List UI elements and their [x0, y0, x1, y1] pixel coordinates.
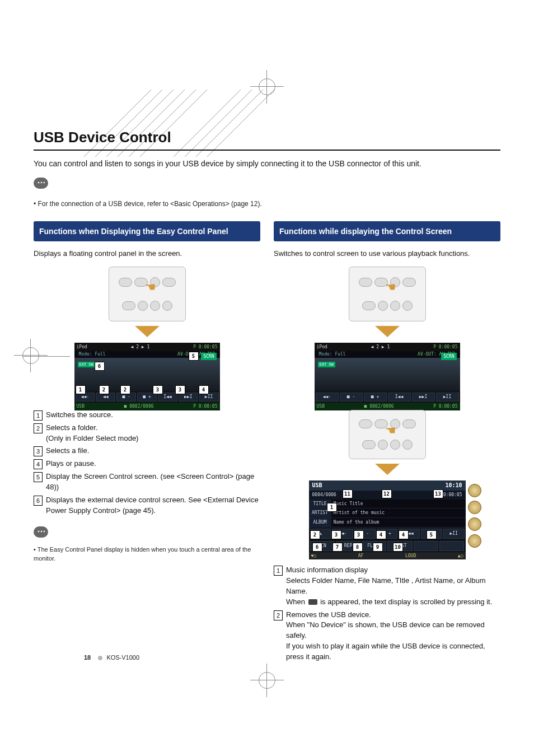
ctrl: ■ - [340, 393, 363, 402]
connection-note: • For the connection of a USB device, re… [34, 200, 500, 208]
item-text: Plays or pause. [46, 459, 96, 469]
track-counter: 0004/0006 [312, 492, 336, 498]
callout-5: 5 [427, 530, 437, 539]
registration-mark-top [259, 78, 275, 95]
arrow-down-icon [375, 464, 400, 475]
callout-13: 13 [433, 489, 443, 498]
item-num: 6 [34, 496, 43, 506]
row-label: ALBUM [309, 518, 331, 527]
status-source: USB [77, 403, 85, 410]
callout-4b: 4 [399, 530, 409, 539]
scr-time: P 0:00:05 [193, 344, 217, 351]
item-num: 1 [274, 566, 283, 576]
scr-top-icons: ◀ 2 ▶ 1 [131, 344, 150, 351]
registration-mark-bottom [259, 672, 275, 689]
callout-11: 11 [343, 489, 353, 498]
section-title: USB Device Control [34, 129, 500, 151]
callout-2: 2 [310, 530, 320, 539]
remote-diagram: ☚ [349, 267, 426, 321]
callout-3a: 3 [153, 385, 163, 394]
control-screen-lead: Switches to control screen to use variou… [274, 249, 500, 259]
item-text: Display the Screen Control screen. (see … [46, 472, 260, 493]
callout-8: 8 [353, 543, 363, 552]
btn-blank [439, 541, 464, 551]
callout-3a: 3 [331, 530, 341, 539]
item-num: 5 [34, 472, 43, 482]
page-footer: 18 KOS-V1000 [84, 654, 139, 661]
callout-5: 5 [189, 352, 199, 361]
callout-4a: 4 [376, 530, 386, 539]
arrow-down-icon [135, 326, 160, 337]
callout-10: 10 [393, 543, 403, 552]
easy-panel-list: 1Switches the source. 2 Selects a folder… [34, 410, 260, 516]
control-screen-section: Functions while displaying the Control S… [274, 221, 500, 665]
scrn-badge: SCRN [201, 353, 216, 361]
callout-4: 4 [199, 385, 209, 394]
note-icon [34, 178, 48, 189]
ctrl: ◀◀- [316, 393, 339, 402]
ctrl: I◀◀ [388, 393, 411, 402]
ctrl: ▶▶I [412, 393, 435, 402]
callout-9: 9 [373, 543, 383, 552]
scr-mode: Mode: Full [77, 351, 108, 358]
scroll-icon [308, 599, 317, 605]
remote-diagram: ☚ [109, 267, 186, 321]
easy-panel-lead: Displays a floating control panel in the… [34, 249, 260, 259]
item-text: Selects a folder.(Only in Folder Select … [46, 423, 138, 444]
ctrl: ▶II [436, 393, 459, 402]
item-text: Removes the USB device. When "No Device"… [286, 610, 500, 662]
scrn-badge: SCRN [441, 353, 456, 361]
callout-3b: 3 [354, 530, 364, 539]
callout-3b: 3 [175, 385, 185, 394]
remote-diagram: ☚ [349, 410, 426, 459]
status-track: ■ 0002/0006 [364, 403, 394, 410]
item-num: 1 [34, 410, 43, 421]
scr-top-icons: ◀ 2 ▶ 1 [371, 344, 390, 351]
easy-panel-screenshot: iPod ◀ 2 ▶ 1 P 0:00:05 Mode: Full AV-OUT… [74, 343, 220, 404]
callout-6: 6 [95, 362, 105, 371]
ctrl: ■ + [364, 393, 387, 402]
callout-7: 7 [332, 543, 343, 552]
callout-6: 6 [312, 543, 322, 552]
section-intro: You can control and listen to songs in y… [34, 158, 500, 170]
status-af: AF [358, 553, 364, 559]
control-screen-list: 1 Music information display Selects Fold… [274, 565, 500, 662]
touch-hand-icon: ☚ [385, 422, 396, 440]
item-text: Selects a file. [46, 446, 89, 456]
callout-1: 1 [327, 503, 337, 512]
touch-hand-icon: ☚ [145, 278, 156, 296]
footer-dot-icon [98, 656, 102, 660]
item-num: 2 [34, 423, 43, 433]
item-num: 4 [34, 459, 43, 469]
item-text: Music information display Selects Folder… [286, 565, 500, 607]
arrow-down-icon [375, 326, 400, 337]
row-value: Artist of the music [331, 508, 466, 517]
extsw-badge: EXT SW [318, 362, 335, 367]
control-screen-screenshot-step2: USB 10:10 0004/0006 ▶ P 0:00:05 11 12 13… [309, 480, 466, 559]
row-value: Music Title [331, 500, 466, 508]
scr-source: iPod [317, 344, 327, 351]
status-time: P 0:00:05 [193, 403, 217, 410]
row-value: Name of the album [331, 518, 466, 527]
item-num: 3 [34, 446, 43, 456]
btn: ▶II [443, 529, 465, 539]
extsw-badge: EXT SW [78, 362, 95, 367]
clock: 10:10 [445, 482, 462, 490]
item-num: 2 [274, 610, 283, 620]
callout-1: 1 [76, 385, 86, 394]
callout-12: 12 [382, 489, 392, 498]
callout-2a: 2 [99, 385, 109, 394]
status-track: ■ 0002/0006 [124, 403, 154, 410]
side-shortcut-icons [468, 484, 481, 548]
scr-source: iPod [77, 344, 87, 351]
scr-time: P 0:00:05 [433, 344, 457, 351]
easy-control-panel-section: Functions when Displaying the Easy Contr… [34, 221, 260, 665]
control-screen-heading: Functions while displaying the Control S… [274, 221, 500, 241]
item-text: Displays the external device control scr… [46, 495, 260, 516]
page-number: 18 [84, 654, 91, 661]
status-time: P 0:00:05 [433, 403, 457, 410]
status-source: USB [317, 403, 325, 410]
callout-2b: 2 [120, 385, 130, 394]
model-name: KOS-V1000 [106, 654, 139, 661]
note-icon [34, 526, 48, 538]
